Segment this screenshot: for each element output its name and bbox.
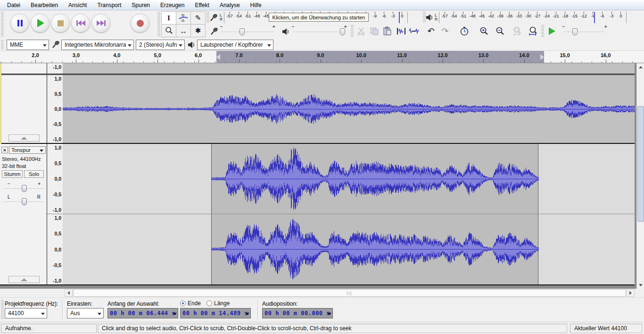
stereo-track-row[interactable]: × Tonspur Stereo, 44100Hz 32-bit float S… [0, 144, 635, 284]
menu-spuren[interactable]: Spuren [126, 0, 155, 10]
timeline-ruler[interactable]: 2,03,04,05,06,07.08.09.010.011.012.013.0… [0, 51, 644, 63]
collapse-track-button[interactable] [8, 276, 40, 283]
selection-left-handle-icon[interactable] [216, 54, 220, 60]
menu-ansicht[interactable]: Ansicht [63, 0, 92, 10]
draw-tool-button[interactable]: ✎ [190, 11, 206, 25]
collapse-track-button[interactable] [8, 134, 40, 142]
menu-transport[interactable]: Transport [92, 0, 126, 10]
menu-hilfe[interactable]: Hilfe [245, 0, 267, 10]
menu-erzeugen[interactable]: Erzeugen [155, 0, 190, 10]
multi-tool-button[interactable]: ✱ [190, 24, 206, 37]
scroll-up-button[interactable] [637, 63, 644, 71]
audio-clip-left[interactable] [211, 144, 538, 214]
zoom-tool-button[interactable] [161, 24, 176, 37]
timer-record-button[interactable] [458, 25, 471, 37]
snap-to-select[interactable]: Aus [67, 308, 104, 318]
playback-volume-slider[interactable]: − + [291, 25, 347, 37]
zoom-in-button[interactable] [478, 25, 490, 37]
recording-device-select[interactable]: Integriertes Mikrofonarray [61, 40, 134, 50]
play-at-speed-button[interactable] [546, 25, 558, 37]
recording-meter-grip[interactable] [206, 12, 209, 23]
fit-project-button[interactable] [527, 25, 539, 37]
silence-audio-button[interactable] [408, 25, 420, 37]
gain-slider[interactable]: − + [4, 182, 44, 193]
record-button[interactable] [131, 14, 149, 33]
right-channel-wave-area[interactable] [63, 214, 635, 284]
stereo-track-panel[interactable]: × Tonspur Stereo, 44100Hz 32-bit float S… [0, 144, 47, 284]
selection-tool-button[interactable]: I [161, 11, 176, 25]
solo-button[interactable]: Solo [24, 170, 44, 178]
stereo-left-channel[interactable]: 1,00,50,0-0,5-1,0 [47, 144, 635, 214]
scroll-right-button[interactable] [627, 289, 635, 297]
envelope-tool-button[interactable] [176, 11, 191, 25]
menu-analyse[interactable]: Analyse [215, 0, 245, 10]
track-area[interactable]: -1,0 1,00,50,0-0,5-1,0 × [0, 63, 636, 289]
playback-meter-scale[interactable]: -57-54-51-48-45-42-39-36-33-30-27-24-21-… [439, 12, 627, 23]
pan-thumb[interactable] [22, 198, 27, 205]
partial-track-wave-area[interactable] [63, 63, 635, 74]
end-radio[interactable]: Ende [180, 300, 201, 307]
partial-track-row[interactable]: -1,0 [0, 63, 635, 74]
left-channel-waveform[interactable] [212, 144, 539, 214]
gain-thumb[interactable] [22, 185, 27, 192]
partial-track-ruler[interactable]: -1,0 [47, 63, 63, 74]
stop-button[interactable] [51, 14, 70, 33]
close-track-button[interactable]: × [1, 147, 8, 153]
transcription-toolbar-grip[interactable] [541, 25, 544, 37]
playback-speed-thumb[interactable] [572, 28, 578, 35]
scroll-down-button[interactable] [637, 281, 644, 289]
tools-toolbar-grip[interactable] [157, 12, 160, 37]
left-channel-wave-area[interactable] [63, 144, 635, 214]
time-shift-tool-button[interactable]: ↔ [176, 24, 191, 37]
mono-waveform[interactable] [63, 75, 635, 142]
zoom-out-button[interactable] [494, 25, 506, 37]
audio-host-select[interactable]: MME [7, 40, 49, 50]
audio-clip-right[interactable] [211, 214, 538, 284]
trim-audio-button[interactable] [395, 25, 407, 37]
selection-right-handle-icon[interactable] [540, 54, 544, 60]
selection-end-field[interactable]: 00 h 00 m 14.489 s [180, 308, 251, 318]
recording-volume-thumb[interactable] [239, 28, 245, 35]
playback-volume-thumb[interactable] [340, 28, 345, 35]
scroll-left-button[interactable] [65, 289, 73, 297]
device-toolbar-grip[interactable] [1, 40, 4, 50]
playback-speed-slider[interactable]: − + [562, 25, 607, 37]
pan-slider[interactable]: L R [4, 195, 44, 206]
playback-device-select[interactable]: Lautsprecher / Kopfhörer [197, 40, 273, 50]
project-rate-select[interactable]: 44100 [5, 308, 47, 318]
menu-bearbeiten[interactable]: Bearbeiten [25, 0, 63, 10]
paste-button[interactable] [381, 25, 393, 37]
mono-track-row[interactable]: 1,00,50,0-0,5-1,0 [0, 75, 635, 143]
playback-meter[interactable]: LR -57-54-51-48-45-42-39-36-33-30-27-24-… [426, 11, 640, 24]
pause-button[interactable] [10, 14, 29, 33]
redo-button[interactable]: ↷ [439, 25, 451, 37]
fit-selection-button[interactable] [511, 25, 523, 37]
edit-toolbar-grip[interactable] [351, 25, 354, 37]
horizontal-scrollbar[interactable] [65, 289, 635, 297]
vertical-scroll-thumb[interactable] [637, 106, 644, 222]
horizontal-scroll-thumb[interactable] [73, 289, 626, 297]
mono-waveform-area[interactable] [63, 75, 635, 143]
mono-amplitude-ruler[interactable]: 1,00,50,0-0,5-1,0 [47, 75, 63, 143]
cut-button[interactable] [355, 25, 368, 37]
recording-volume-slider[interactable]: − + [220, 25, 275, 37]
undo-button[interactable]: ↶ [425, 25, 437, 37]
track-name-menu[interactable]: Tonspur [9, 146, 46, 154]
audio-position-field[interactable]: 00 h 00 m 00.000 s [262, 308, 333, 318]
selection-toolbar-grip[interactable] [1, 300, 4, 320]
copy-button[interactable] [368, 25, 380, 37]
recording-channels-select[interactable]: 2 (Stereo) Aufn [136, 40, 185, 50]
left-channel-ruler[interactable]: 1,00,50,0-0,5-1,0 [47, 144, 63, 214]
skip-to-end-button[interactable] [91, 14, 110, 33]
right-channel-ruler[interactable]: 1,00,50,0-0,5-1,0 [47, 214, 63, 284]
partial-track-panel[interactable] [0, 63, 47, 74]
length-radio[interactable]: Länge [206, 300, 230, 307]
mono-track-panel[interactable] [0, 75, 47, 143]
skip-to-start-button[interactable] [71, 14, 90, 33]
right-channel-waveform[interactable] [212, 214, 539, 284]
transport-toolbar-grip[interactable] [1, 12, 4, 37]
stereo-right-channel[interactable]: 1,00,50,0-0,5-1,0 [47, 214, 635, 284]
play-button[interactable] [31, 14, 50, 33]
menu-effekt[interactable]: Effekt [190, 0, 214, 10]
menu-datei[interactable]: Datei [2, 0, 25, 10]
